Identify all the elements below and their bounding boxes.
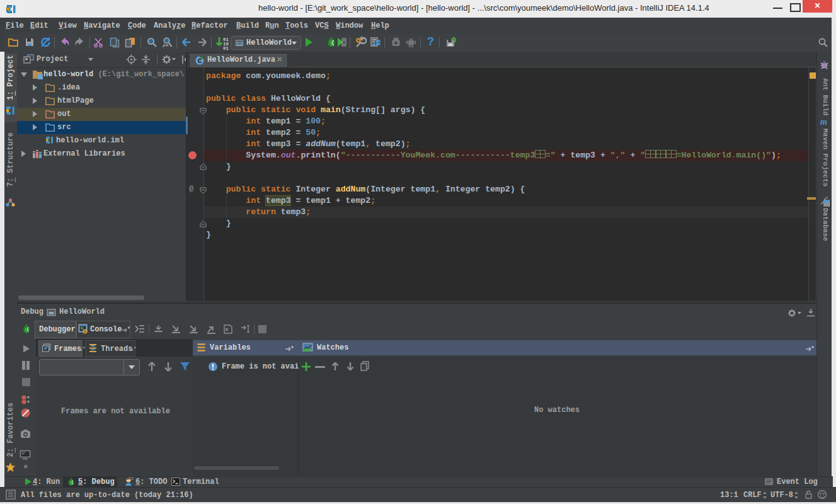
svg-text:01: 01 <box>223 46 229 50</box>
